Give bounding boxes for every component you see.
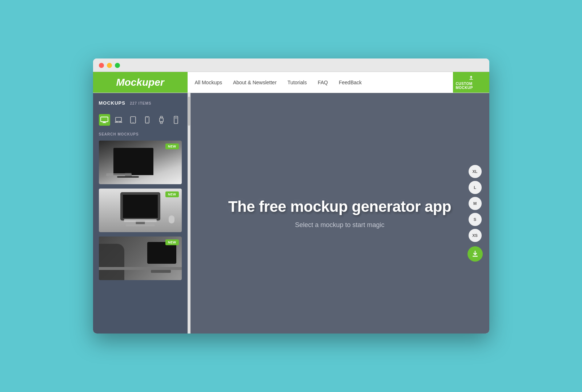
nav-feedback[interactable]: FeedBack xyxy=(339,80,362,85)
browser-body: Mockuper All Mockups About & Newsletter … xyxy=(93,72,489,334)
download-button[interactable] xyxy=(467,246,483,262)
close-button[interactable] xyxy=(99,63,104,68)
custom-mockup-label: CUSTOM MOCKUP xyxy=(456,82,486,90)
mockups-count: 227 ITEMS xyxy=(130,101,151,105)
hero-subtitle: Select a mockup to start magic xyxy=(295,221,384,229)
list-item[interactable]: NEW xyxy=(99,237,182,280)
svg-rect-5 xyxy=(118,122,119,122)
nav-about-newsletter[interactable]: About & Newsletter xyxy=(233,80,277,85)
size-l-button[interactable]: L xyxy=(469,181,482,194)
browser-chrome xyxy=(93,58,489,72)
new-badge-3: NEW xyxy=(165,239,179,245)
scrollbar[interactable] xyxy=(188,93,190,334)
svg-rect-0 xyxy=(469,79,473,80)
brand-area: Mockuper xyxy=(93,72,188,93)
size-xs-button[interactable]: XS xyxy=(469,229,482,242)
download-icon xyxy=(471,250,479,258)
nav-faq[interactable]: FAQ xyxy=(318,80,328,85)
size-controls: XL L M S XS xyxy=(467,165,483,262)
search-area: SEARCH MOCKUPS xyxy=(93,129,188,141)
svg-rect-11 xyxy=(160,118,163,122)
device-icon-watch[interactable] xyxy=(156,114,167,126)
nav-tutorials[interactable]: Tutorials xyxy=(288,80,307,85)
brand-name: Mockuper xyxy=(116,77,164,88)
new-badge-2: NEW xyxy=(165,191,179,197)
traffic-lights xyxy=(99,63,483,68)
svg-rect-10 xyxy=(146,117,148,118)
nav-links: All Mockups About & Newsletter Tutorials… xyxy=(188,72,453,93)
svg-point-7 xyxy=(133,122,133,123)
device-icon-laptop[interactable] xyxy=(113,114,124,126)
svg-rect-2 xyxy=(103,122,105,122)
device-icons xyxy=(93,110,188,129)
device-icon-mobile[interactable] xyxy=(141,114,153,126)
list-item[interactable]: NEW xyxy=(99,189,182,232)
sidebar: MOCKUPS 227 ITEMS xyxy=(93,93,188,334)
svg-rect-3 xyxy=(103,122,106,123)
svg-rect-1 xyxy=(101,117,108,122)
maximize-button[interactable] xyxy=(115,63,120,68)
device-icon-other[interactable] xyxy=(170,114,181,126)
hero-title: The free mockup generator app xyxy=(228,198,451,215)
new-badge-1: NEW xyxy=(165,144,179,149)
size-m-button[interactable]: M xyxy=(469,197,482,210)
main-panel: The free mockup generator app Select a m… xyxy=(190,93,489,334)
svg-rect-15 xyxy=(175,117,177,118)
svg-rect-4 xyxy=(116,117,121,121)
browser-window: Mockuper All Mockups About & Newsletter … xyxy=(93,58,489,334)
mockups-title: MOCKUPS xyxy=(99,100,125,106)
minimize-button[interactable] xyxy=(107,63,112,68)
top-nav: Mockuper All Mockups About & Newsletter … xyxy=(93,72,489,93)
sidebar-header: MOCKUPS 227 ITEMS xyxy=(93,93,188,110)
device-icon-tablet[interactable] xyxy=(127,114,139,126)
hero-content: The free mockup generator app Select a m… xyxy=(190,93,489,334)
svg-rect-17 xyxy=(473,256,478,257)
size-xl-button[interactable]: XL xyxy=(469,165,482,178)
mockup-list: NEW xyxy=(93,141,188,334)
size-s-button[interactable]: S xyxy=(469,213,482,226)
svg-point-9 xyxy=(147,122,148,123)
custom-mockup-button[interactable]: CUSTOM MOCKUP xyxy=(453,72,489,93)
device-icon-desktop[interactable] xyxy=(99,114,110,126)
svg-rect-16 xyxy=(175,118,177,119)
upload-icon xyxy=(466,75,476,80)
list-item[interactable]: NEW xyxy=(99,141,182,184)
main-content: MOCKUPS 227 ITEMS xyxy=(93,93,489,334)
nav-all-mockups[interactable]: All Mockups xyxy=(195,80,222,85)
search-label: SEARCH MOCKUPS xyxy=(99,132,182,136)
scrollbar-thumb xyxy=(188,97,190,126)
